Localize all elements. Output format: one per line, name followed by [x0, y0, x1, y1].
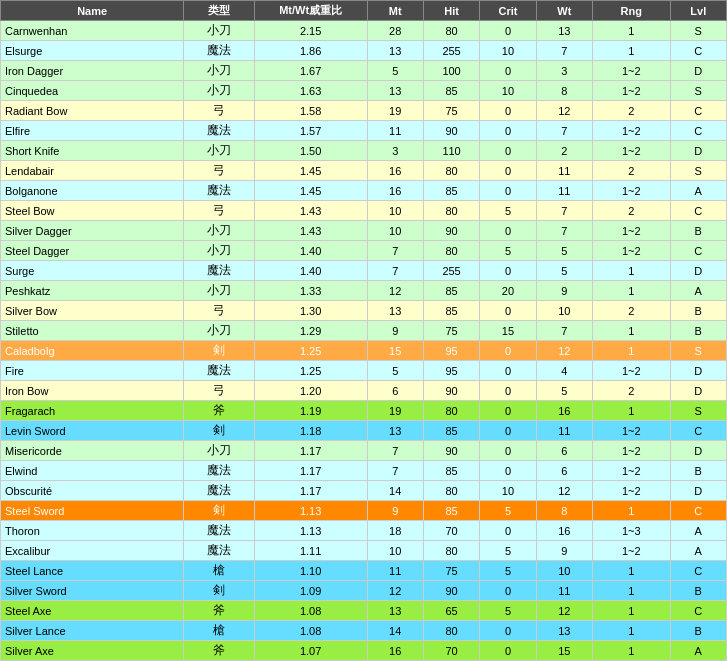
- weapon-type: 魔法: [184, 261, 254, 281]
- weapon-stat-5: 5: [480, 601, 536, 621]
- table-row: Silver Axe斧1.0716700151A: [1, 641, 727, 661]
- weapon-stat-7: 1: [593, 581, 671, 601]
- weapon-name: Cinquedea: [1, 81, 184, 101]
- weapon-stat-5: 0: [480, 441, 536, 461]
- weapon-type: 魔法: [184, 521, 254, 541]
- table-row: Lendabair弓1.4516800112S: [1, 161, 727, 181]
- weapon-stat-3: 12: [367, 281, 423, 301]
- weapon-stat-6: 7: [536, 321, 592, 341]
- weapon-stat-3: 16: [367, 181, 423, 201]
- col-header-6: Wt: [536, 1, 592, 21]
- weapon-stat-6: 11: [536, 161, 592, 181]
- weapon-stat-2: 1.45: [254, 161, 367, 181]
- weapon-stat-7: 2: [593, 301, 671, 321]
- weapon-stat-8: C: [670, 241, 726, 261]
- weapon-stat-4: 85: [423, 281, 479, 301]
- weapon-stat-4: 90: [423, 121, 479, 141]
- weapon-stat-5: 0: [480, 621, 536, 641]
- weapon-stat-4: 255: [423, 41, 479, 61]
- weapon-stat-7: 1: [593, 621, 671, 641]
- weapon-type: 小刀: [184, 61, 254, 81]
- weapon-stat-2: 1.57: [254, 121, 367, 141]
- weapon-stat-3: 7: [367, 461, 423, 481]
- weapon-name: Caladbolg: [1, 341, 184, 361]
- weapon-stat-8: D: [670, 261, 726, 281]
- weapon-stat-4: 80: [423, 21, 479, 41]
- weapon-stat-6: 8: [536, 81, 592, 101]
- table-row: Carnwenhan小刀2.1528800131S: [1, 21, 727, 41]
- weapon-stat-3: 13: [367, 301, 423, 321]
- weapon-stat-3: 5: [367, 361, 423, 381]
- weapon-stat-5: 20: [480, 281, 536, 301]
- weapon-stat-2: 1.86: [254, 41, 367, 61]
- weapon-stat-8: B: [670, 461, 726, 481]
- weapon-type: 剣: [184, 581, 254, 601]
- weapon-stat-4: 90: [423, 381, 479, 401]
- weapon-type: 魔法: [184, 461, 254, 481]
- weapon-stat-7: 2: [593, 381, 671, 401]
- col-header-8: Lvl: [670, 1, 726, 21]
- weapon-stat-8: D: [670, 481, 726, 501]
- weapon-type: 槍: [184, 621, 254, 641]
- weapon-type: 魔法: [184, 541, 254, 561]
- weapon-stat-7: 1: [593, 401, 671, 421]
- weapon-stat-3: 10: [367, 201, 423, 221]
- weapon-stat-2: 2.15: [254, 21, 367, 41]
- weapon-stat-3: 13: [367, 81, 423, 101]
- table-row: Misericorde小刀1.17790061~2D: [1, 441, 727, 461]
- weapon-type: 魔法: [184, 481, 254, 501]
- weapon-stat-4: 90: [423, 581, 479, 601]
- table-row: Radiant Bow弓1.5819750122C: [1, 101, 727, 121]
- weapon-type: 弓: [184, 381, 254, 401]
- weapon-stat-8: S: [670, 341, 726, 361]
- weapon-stat-2: 1.29: [254, 321, 367, 341]
- weapon-type: 小刀: [184, 141, 254, 161]
- weapon-stat-5: 10: [480, 81, 536, 101]
- weapon-name: Short Knife: [1, 141, 184, 161]
- weapon-stat-8: C: [670, 421, 726, 441]
- weapon-name: Lendabair: [1, 161, 184, 181]
- weapon-stat-6: 12: [536, 601, 592, 621]
- weapon-stat-5: 15: [480, 321, 536, 341]
- col-header-2: Mt/Wt威重比: [254, 1, 367, 21]
- table-row: Silver Sword剣1.0912900111B: [1, 581, 727, 601]
- weapon-stat-8: A: [670, 181, 726, 201]
- weapon-stat-5: 5: [480, 561, 536, 581]
- weapon-stat-2: 1.07: [254, 641, 367, 661]
- weapon-stat-8: D: [670, 361, 726, 381]
- weapon-type: 弓: [184, 161, 254, 181]
- weapon-stat-2: 1.20: [254, 381, 367, 401]
- weapon-stat-6: 6: [536, 441, 592, 461]
- weapon-stat-2: 1.63: [254, 81, 367, 101]
- weapon-stat-3: 15: [367, 341, 423, 361]
- col-header-5: Crit: [480, 1, 536, 21]
- weapon-stat-5: 0: [480, 21, 536, 41]
- weapon-stat-6: 11: [536, 181, 592, 201]
- weapon-type: 斧: [184, 601, 254, 621]
- weapon-stat-7: 1: [593, 21, 671, 41]
- weapon-stat-5: 0: [480, 361, 536, 381]
- weapon-type: 斧: [184, 401, 254, 421]
- weapon-stat-4: 85: [423, 181, 479, 201]
- weapon-stat-5: 0: [480, 121, 536, 141]
- table-row: Short Knife小刀1.503110021~2D: [1, 141, 727, 161]
- weapon-name: Steel Axe: [1, 601, 184, 621]
- weapon-stat-4: 80: [423, 621, 479, 641]
- weapon-stat-8: A: [670, 521, 726, 541]
- weapon-stat-4: 90: [423, 441, 479, 461]
- weapon-stat-3: 7: [367, 261, 423, 281]
- weapon-name: Surge: [1, 261, 184, 281]
- weapon-name: Elfire: [1, 121, 184, 141]
- weapon-type: 弓: [184, 301, 254, 321]
- weapon-stat-7: 1~2: [593, 221, 671, 241]
- weapon-stat-8: S: [670, 21, 726, 41]
- weapon-stat-8: S: [670, 401, 726, 421]
- weapon-stat-2: 1.25: [254, 341, 367, 361]
- weapon-stat-3: 13: [367, 601, 423, 621]
- weapon-stat-4: 255: [423, 261, 479, 281]
- weapon-stat-2: 1.08: [254, 601, 367, 621]
- weapon-stat-7: 1~2: [593, 61, 671, 81]
- weapon-name: Levin Sword: [1, 421, 184, 441]
- weapon-stat-2: 1.08: [254, 621, 367, 641]
- weapon-stat-7: 1: [593, 561, 671, 581]
